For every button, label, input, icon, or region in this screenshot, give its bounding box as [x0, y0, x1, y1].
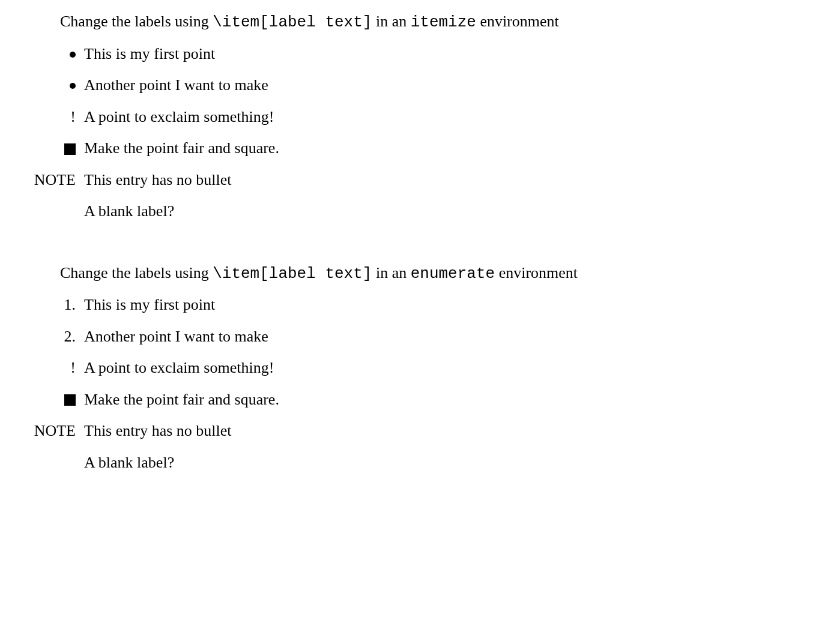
item-text: A blank label? [84, 202, 174, 221]
item-label [12, 390, 84, 410]
list-item: Make the point fair and square. [12, 139, 789, 158]
item-label: 2. [12, 327, 84, 347]
enumerate-list: 1. This is my first point 2. Another poi… [12, 295, 789, 472]
item-text: This is my first point [84, 295, 215, 315]
bullet-dot-icon [70, 45, 76, 62]
item-text: A point to exclaim something! [84, 107, 274, 127]
bullet-square-icon [64, 139, 76, 157]
item-text: Another point I want to make [84, 327, 268, 347]
item-label [12, 139, 84, 158]
intro-text: environment [495, 264, 578, 281]
intro-itemize: Change the labels using \item[label text… [60, 12, 789, 32]
intro-text: Change the labels using [60, 13, 213, 30]
item-text: Make the point fair and square. [84, 390, 279, 410]
item-label [12, 76, 84, 95]
item-label: 1. [12, 295, 84, 315]
list-item: 2. Another point I want to make [12, 327, 789, 347]
list-item: Make the point fair and square. [12, 390, 789, 410]
intro-code: \item[label text] [213, 265, 372, 283]
item-text: This entry has no bullet [84, 170, 232, 190]
bullet-square-icon [64, 391, 76, 408]
item-text: Another point I want to make [84, 76, 268, 95]
intro-env: enumerate [411, 265, 495, 283]
intro-text: in an [372, 13, 410, 30]
item-text: A point to exclaim something! [84, 358, 274, 378]
item-text: A blank label? [84, 453, 174, 473]
list-item: ! A point to exclaim something! [12, 358, 789, 378]
intro-code: \item[label text] [213, 13, 372, 31]
item-text: Make the point fair and square. [84, 139, 279, 158]
intro-enumerate: Change the labels using \item[label text… [60, 263, 789, 284]
itemize-list: This is my first point Another point I w… [12, 44, 789, 221]
bullet-dot-icon [70, 76, 76, 94]
item-label: NOTE [12, 421, 84, 441]
item-label: NOTE [12, 170, 84, 190]
list-item: A blank label? [12, 453, 789, 473]
list-item: A blank label? [12, 202, 789, 221]
list-item: This is my first point [12, 44, 789, 64]
list-item: Another point I want to make [12, 76, 789, 95]
list-item: 1. This is my first point [12, 295, 789, 315]
intro-text: environment [476, 13, 559, 30]
list-item: NOTE This entry has no bullet [12, 170, 789, 190]
item-text: This entry has no bullet [84, 421, 232, 441]
list-item: ! A point to exclaim something! [12, 107, 789, 127]
intro-text: in an [372, 264, 410, 281]
intro-text: Change the labels using [60, 264, 213, 281]
item-label: ! [12, 358, 84, 378]
intro-env: itemize [411, 13, 476, 31]
list-item: NOTE This entry has no bullet [12, 421, 789, 441]
item-label: ! [12, 107, 84, 127]
item-label [12, 44, 84, 64]
item-text: This is my first point [84, 44, 215, 64]
